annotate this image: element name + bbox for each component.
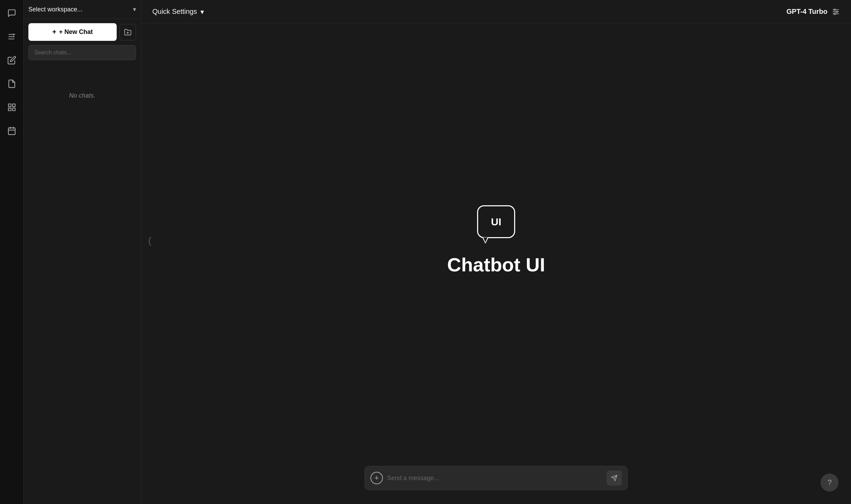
input-area: +: [141, 458, 851, 504]
model-selector[interactable]: GPT-4 Turbo: [786, 8, 840, 16]
logo-icon: UI: [477, 205, 515, 238]
filter-nav-icon[interactable]: [4, 29, 19, 44]
chat-panel: Select workspace... ▾ + + New Chat No ch…: [24, 0, 141, 504]
search-input[interactable]: [28, 45, 136, 60]
message-input-container: +: [365, 466, 628, 490]
model-name-label: GPT-4 Turbo: [786, 8, 827, 16]
svg-rect-9: [8, 128, 15, 135]
message-input[interactable]: [387, 475, 602, 482]
quick-settings-chevron-icon: ▾: [200, 8, 204, 16]
new-chat-button[interactable]: + + New Chat: [28, 23, 117, 41]
app-title: Chatbot UI: [447, 254, 545, 276]
svg-rect-6: [12, 104, 15, 107]
chat-nav-icon[interactable]: [4, 6, 19, 21]
workspace-selector-label: Select workspace...: [28, 6, 82, 13]
workspace-selector[interactable]: Select workspace... ▾: [24, 0, 141, 19]
search-container: [24, 45, 141, 64]
send-icon: [611, 475, 618, 482]
library-nav-icon[interactable]: [4, 100, 19, 115]
help-icon: ?: [827, 478, 832, 487]
new-chat-label: + New Chat: [59, 28, 93, 36]
app-title-container: Chatbot UI: [447, 253, 545, 276]
no-chats-label: No chats.: [24, 64, 141, 504]
model-settings-icon: [832, 8, 840, 16]
tasks-nav-icon[interactable]: [4, 123, 19, 138]
center-content: ( UI Chatbot UI: [141, 24, 851, 458]
new-chat-plus-icon: +: [52, 28, 56, 36]
chatbot-logo: UI Chatbot UI: [447, 205, 545, 276]
main-area: Quick Settings ▾ GPT-4 Turbo ( UI: [141, 0, 851, 504]
quick-settings-button[interactable]: Quick Settings ▾: [152, 8, 204, 16]
new-folder-button[interactable]: [119, 24, 136, 40]
help-button[interactable]: ?: [821, 474, 839, 492]
add-icon: +: [375, 474, 379, 483]
top-bar: Quick Settings ▾ GPT-4 Turbo: [141, 0, 851, 24]
svg-point-19: [836, 11, 837, 12]
collapse-sidebar-button[interactable]: (: [148, 235, 151, 246]
svg-rect-7: [8, 108, 11, 111]
document-nav-icon[interactable]: [4, 76, 19, 91]
edit-nav-icon[interactable]: [4, 53, 19, 68]
svg-rect-8: [12, 108, 15, 111]
logo-container: UI: [477, 205, 515, 238]
svg-point-3: [13, 34, 14, 35]
logo-bubble-tail-inner: [483, 237, 487, 242]
quick-settings-label: Quick Settings: [152, 8, 197, 16]
svg-point-20: [834, 13, 835, 15]
send-button[interactable]: [607, 470, 622, 486]
folder-plus-icon: [124, 28, 132, 36]
icon-sidebar: [0, 0, 24, 504]
svg-point-18: [834, 9, 835, 10]
add-attachment-button[interactable]: +: [370, 472, 383, 484]
svg-point-4: [13, 36, 14, 37]
new-chat-row: + + New Chat: [24, 19, 141, 45]
svg-rect-5: [8, 104, 11, 107]
workspace-chevron-icon: ▾: [133, 6, 136, 13]
